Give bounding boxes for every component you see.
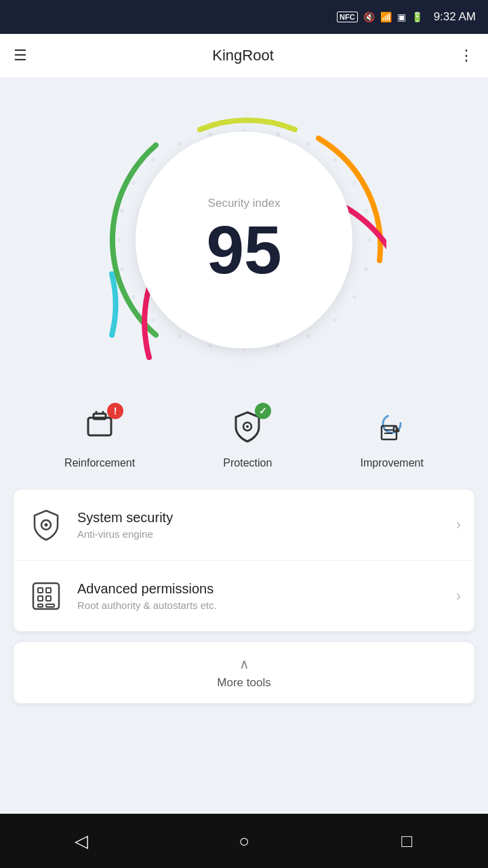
gauge-inner-circle: Security index 95 [136,132,352,349]
svg-point-10 [306,334,310,338]
svg-point-21 [151,158,155,162]
svg-rect-38 [38,588,43,593]
svg-point-7 [364,267,368,271]
mute-icon: 🔇 [363,12,375,22]
advanced-permissions-arrow-icon: › [456,587,461,605]
sim-icon: ▣ [397,12,406,22]
svg-point-3 [333,158,337,162]
protection-label: Protection [223,457,272,469]
improvement-label: Improvement [361,457,424,469]
features-row: ! Reinforcement ✓ Protection [0,396,488,490]
svg-rect-25 [94,414,106,419]
reinforcement-label: Reinforcement [64,457,135,469]
svg-point-4 [352,181,357,185]
time-display: 9:32 AM [434,10,476,24]
improvement-icon-wrap [368,403,415,450]
svg-point-18 [117,238,121,242]
bottom-nav: ◁ ○ □ [0,814,488,868]
feature-protection[interactable]: ✓ Protection [223,403,272,469]
hamburger-menu-button[interactable]: ☰ [14,47,27,64]
svg-point-14 [178,334,182,338]
advanced-permissions-icon-wrap [27,577,65,615]
feature-improvement[interactable]: Improvement [361,403,424,469]
system-security-icon [29,508,63,542]
svg-point-8 [352,295,357,299]
svg-point-36 [45,524,48,527]
svg-rect-43 [46,604,54,607]
system-security-card[interactable]: System security Anti-virus engine › [14,490,474,561]
advanced-permissions-text: Advanced permissions Root authority & au… [77,581,449,611]
advanced-permissions-subtitle: Root authority & autostarts etc. [77,599,449,611]
system-security-subtitle: Anti-virus engine [77,528,449,540]
svg-point-9 [333,318,337,322]
battery-icon: 🔋 [411,12,423,22]
svg-point-29 [246,425,249,428]
back-button[interactable]: ◁ [61,821,102,861]
svg-rect-39 [46,588,51,593]
gauge-value: 95 [206,216,281,283]
system-security-title: System security [77,510,449,526]
svg-rect-40 [38,596,43,601]
svg-point-15 [151,318,155,322]
advanced-permissions-icon [29,579,63,613]
protection-icon-wrap: ✓ [224,403,271,450]
svg-point-6 [367,238,371,242]
app-bar: ☰ KingRoot ⋮ [0,34,488,77]
recent-apps-button[interactable]: □ [386,821,427,861]
more-options-button[interactable]: ⋮ [459,47,474,64]
svg-point-11 [276,344,280,348]
feature-reinforcement[interactable]: ! Reinforcement [64,403,135,469]
svg-rect-41 [46,596,51,601]
protection-badge: ✓ [255,403,271,419]
svg-point-2 [306,142,310,146]
home-button[interactable]: ○ [224,821,264,861]
svg-point-22 [178,142,182,146]
svg-point-13 [208,344,212,348]
security-gauge: Security index 95 [102,98,386,382]
improvement-icon [373,408,410,445]
nfc-icon: NFC [337,12,358,22]
reinforcement-badge: ! [107,403,123,419]
more-tools-label: More tools [217,676,270,690]
system-security-arrow-icon: › [456,516,461,534]
app-title: KingRoot [212,47,274,64]
status-bar: NFC 🔇 📶 ▣ 🔋 9:32 AM [0,0,488,34]
system-security-text: System security Anti-virus engine [77,510,449,540]
svg-rect-42 [38,604,43,607]
svg-rect-24 [88,418,111,435]
wifi-icon: 📶 [380,12,392,22]
svg-point-1 [276,132,280,136]
main-content: Security index 95 ! Reinforcement [0,77,488,814]
svg-point-5 [364,209,368,213]
advanced-permissions-title: Advanced permissions [77,581,449,597]
svg-point-20 [131,181,136,185]
more-tools-card[interactable]: ∧ More tools [14,642,474,703]
status-icons: NFC 🔇 📶 ▣ 🔋 9:32 AM [337,10,476,24]
more-tools-chevron-icon: ∧ [239,656,249,672]
system-security-icon-wrap [27,506,65,544]
reinforcement-icon-wrap: ! [76,403,123,450]
svg-point-19 [120,209,124,213]
gauge-label: Security index [208,197,281,210]
cards-container: System security Anti-virus engine › Adv [14,490,474,631]
svg-point-16 [131,295,136,299]
advanced-permissions-card[interactable]: Advanced permissions Root authority & au… [14,561,474,631]
svg-point-17 [120,267,124,271]
